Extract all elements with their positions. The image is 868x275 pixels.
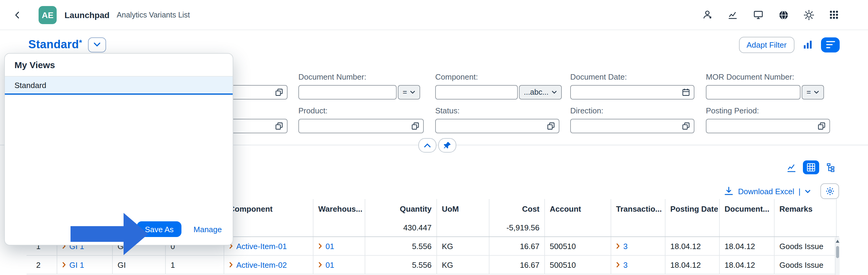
- variant-menu-button[interactable]: [88, 37, 106, 52]
- cell-account: 500510: [545, 256, 611, 274]
- filter-input-posting-period[interactable]: [706, 119, 830, 133]
- separator: |: [798, 187, 801, 196]
- column-chart-icon[interactable]: [800, 37, 815, 52]
- app-grid-icon[interactable]: [828, 9, 840, 21]
- chevron-down-icon: [93, 42, 101, 47]
- sun-icon[interactable]: [803, 9, 814, 21]
- filter-input-status[interactable]: [435, 119, 559, 133]
- column-header-quantity: Quantity: [365, 199, 437, 218]
- line-chart-icon[interactable]: [727, 9, 738, 21]
- column-header-uom: UoM: [437, 199, 490, 218]
- chevron-down-icon[interactable]: [805, 189, 811, 193]
- app-logo: AE: [38, 6, 57, 24]
- filter-bar-toggle-button[interactable]: [821, 37, 840, 52]
- cell-quantity: 5.556: [365, 237, 437, 255]
- view-switch: [783, 160, 839, 174]
- cell-idx: 2: [27, 256, 57, 274]
- filter-label-mor-document-number: MOR Document Number:: [706, 72, 794, 82]
- total-transaction: [611, 218, 665, 236]
- app-title: Launchpad: [64, 10, 110, 20]
- total-posting_date: [665, 218, 720, 236]
- filter-condition-component[interactable]: ...abc...: [519, 85, 562, 99]
- value-help-icon[interactable]: [817, 122, 826, 130]
- nav-chevron-icon: [318, 262, 322, 268]
- filter-input-document-number[interactable]: [299, 85, 397, 99]
- grid-view-button[interactable]: [803, 160, 819, 174]
- cell-posting_date: 18.04.12: [665, 256, 720, 274]
- gear-icon: [825, 186, 835, 196]
- calendar-icon[interactable]: [682, 88, 690, 96]
- value-help-icon[interactable]: [411, 122, 420, 130]
- table-settings-button[interactable]: [820, 183, 839, 199]
- cell-link-component[interactable]: Active-Item-01: [224, 237, 313, 255]
- shellbar-actions: [702, 9, 840, 21]
- user-icon[interactable]: [702, 9, 713, 21]
- total-uom: [437, 218, 490, 236]
- chevron-left-icon: [13, 10, 22, 19]
- cell-link-doc[interactable]: GI 1: [57, 256, 113, 274]
- cell-remarks: Goods Issue: [775, 237, 837, 255]
- download-excel-button[interactable]: Download Excel |: [724, 186, 811, 196]
- nav-chevron-icon: [616, 262, 620, 268]
- list-lines-icon: [826, 40, 835, 49]
- value-help-icon[interactable]: [275, 88, 283, 96]
- filter-label-product: Product:: [299, 106, 328, 115]
- variant-title[interactable]: Standard*: [28, 38, 82, 51]
- value-help-icon[interactable]: [275, 122, 283, 130]
- back-button[interactable]: [10, 7, 25, 23]
- total-document_date: [720, 218, 775, 236]
- chevron-down-icon: [410, 90, 415, 94]
- grid-view-icon: [807, 163, 815, 172]
- column-header-account: Account: [545, 199, 611, 218]
- nav-chevron-icon: [229, 262, 233, 268]
- filter-label-status: Status:: [435, 106, 460, 115]
- pin-filter-button[interactable]: [438, 138, 456, 153]
- tree-view-button[interactable]: [823, 160, 839, 174]
- cell-item: 1: [166, 256, 224, 274]
- filter-label-document-date: Document Date:: [570, 72, 627, 82]
- filter-input-component[interactable]: [435, 85, 518, 99]
- variant-dirty-marker: *: [79, 38, 82, 47]
- pin-icon: [443, 141, 452, 150]
- column-header-transaction: Transactio...: [611, 199, 665, 218]
- app-root: AE Launchpad Analytics Variants List: [0, 0, 868, 275]
- cell-link-transaction[interactable]: 3: [611, 237, 665, 255]
- column-header-warehouse: Warehous...: [313, 199, 365, 218]
- shellbar: AE Launchpad Analytics Variants List: [0, 0, 868, 30]
- adapt-filter-button[interactable]: Adapt Filter: [739, 36, 795, 53]
- chart-view-button[interactable]: [783, 160, 799, 174]
- scroll-up-icon[interactable]: [835, 239, 840, 244]
- chevron-up-icon: [424, 143, 431, 148]
- filter-condition-mor-document-number[interactable]: =: [802, 85, 824, 99]
- scroll-thumb[interactable]: [836, 246, 839, 258]
- cell-link-warehouse[interactable]: 01: [313, 256, 365, 274]
- filter-label-direction: Direction:: [570, 106, 603, 115]
- vertical-scrollbar[interactable]: [835, 238, 840, 275]
- my-views-popover: My Views Standard Save As Manage: [4, 53, 233, 245]
- column-header-component: Component: [224, 199, 313, 218]
- total-component: [224, 218, 313, 236]
- cell-remarks: Goods Issue: [775, 256, 837, 274]
- table-row[interactable]: 2GI 1GI1Active-Item-02015.556KG16.675005…: [27, 256, 839, 274]
- filter-input-mor-document-number[interactable]: [706, 85, 801, 99]
- column-header-document_date: Document...: [720, 199, 775, 218]
- header-actions: Adapt Filter: [739, 36, 840, 53]
- view-item-standard[interactable]: Standard: [5, 77, 233, 95]
- manage-link[interactable]: Manage: [193, 225, 222, 234]
- filter-input-product[interactable]: [299, 119, 424, 133]
- filter-input-document-date[interactable]: [570, 85, 694, 99]
- cell-cost: 16.67: [490, 256, 545, 274]
- cell-link-transaction[interactable]: 3: [611, 256, 665, 274]
- chart-view-icon: [786, 162, 796, 172]
- value-help-icon[interactable]: [547, 122, 555, 130]
- collapse-filter-button[interactable]: [418, 138, 436, 153]
- cell-document_date: 18.04.12: [720, 237, 775, 255]
- filter-condition-document-number[interactable]: =: [398, 85, 421, 99]
- filter-input-direction[interactable]: [570, 119, 694, 133]
- cell-link-warehouse[interactable]: 01: [313, 237, 365, 255]
- globe-icon[interactable]: [778, 9, 789, 21]
- cell-link-component[interactable]: Active-Item-02: [224, 256, 313, 274]
- display-icon[interactable]: [752, 9, 764, 21]
- value-help-icon[interactable]: [682, 122, 690, 130]
- save-as-button[interactable]: Save As: [137, 221, 181, 237]
